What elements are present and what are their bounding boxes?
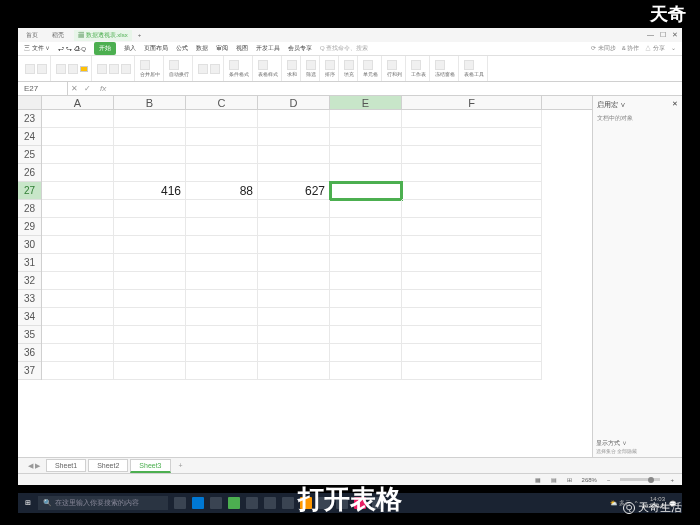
table-tools-button[interactable] [464, 60, 474, 70]
cell-E36[interactable] [330, 344, 402, 362]
cond-format-button[interactable] [229, 60, 239, 70]
close-button[interactable]: ✕ [672, 31, 678, 39]
file-menu[interactable]: 三 文件 ∨ [24, 44, 50, 53]
cell-A29[interactable] [42, 218, 114, 236]
cell-E28[interactable] [330, 200, 402, 218]
row-header-30[interactable]: 30 [18, 236, 41, 254]
more-button[interactable]: ⌄ [671, 44, 676, 53]
cell-E23[interactable] [330, 110, 402, 128]
cell-B35[interactable] [114, 326, 186, 344]
cell-D35[interactable] [258, 326, 330, 344]
ribbon-tab-insert[interactable]: 插入 [124, 44, 136, 53]
ribbon-tab-data[interactable]: 数据 [196, 44, 208, 53]
row-header-27[interactable]: 27 [18, 182, 41, 200]
sort-button[interactable] [325, 60, 335, 70]
cell-button[interactable] [363, 60, 373, 70]
row-header-37[interactable]: 37 [18, 362, 41, 380]
quick-access[interactable]: ⮐ ⮑ ⎙ Q [58, 46, 86, 52]
cell-E25[interactable] [330, 146, 402, 164]
cell-A33[interactable] [42, 290, 114, 308]
cell-A32[interactable] [42, 272, 114, 290]
cell-C26[interactable] [186, 164, 258, 182]
maximize-button[interactable]: ☐ [660, 31, 666, 39]
cell-C33[interactable] [186, 290, 258, 308]
cell-F26[interactable] [402, 164, 542, 182]
cell-B27[interactable]: 416 [114, 182, 186, 200]
cell-E33[interactable] [330, 290, 402, 308]
add-sheet-button[interactable]: + [173, 462, 189, 469]
cell-B36[interactable] [114, 344, 186, 362]
cell-F28[interactable] [402, 200, 542, 218]
row-header-29[interactable]: 29 [18, 218, 41, 236]
minimize-button[interactable]: — [647, 31, 654, 39]
command-search[interactable]: Q 查找命令、搜索 [320, 44, 368, 53]
cell-A28[interactable] [42, 200, 114, 218]
ribbon-tab-layout[interactable]: 页面布局 [144, 44, 168, 53]
row-header-32[interactable]: 32 [18, 272, 41, 290]
cell-F37[interactable] [402, 362, 542, 380]
cell-D32[interactable] [258, 272, 330, 290]
sync-status[interactable]: ⟳ 未同步 [591, 44, 616, 53]
cell-A27[interactable] [42, 182, 114, 200]
align-left-button[interactable] [97, 64, 107, 74]
sheet-tab-2[interactable]: Sheet2 [88, 459, 128, 472]
ribbon-tab-start[interactable]: 开始 [94, 42, 116, 55]
cell-C27[interactable]: 88 [186, 182, 258, 200]
tab-docer[interactable]: 稻壳 [48, 30, 68, 41]
cell-F33[interactable] [402, 290, 542, 308]
select-all-corner[interactable] [18, 96, 42, 109]
col-header-A[interactable]: A [42, 96, 114, 109]
number-format-button[interactable] [198, 64, 208, 74]
cell-D30[interactable] [258, 236, 330, 254]
row-header-24[interactable]: 24 [18, 128, 41, 146]
table-style-button[interactable] [258, 60, 268, 70]
cell-B32[interactable] [114, 272, 186, 290]
font-button[interactable] [56, 64, 66, 74]
cell-D34[interactable] [258, 308, 330, 326]
ribbon-tab-review[interactable]: 审阅 [216, 44, 228, 53]
cell-B33[interactable] [114, 290, 186, 308]
cell-C36[interactable] [186, 344, 258, 362]
fill-button[interactable] [344, 60, 354, 70]
worksheet-button[interactable] [411, 60, 421, 70]
wrap-button[interactable] [169, 60, 179, 70]
col-header-B[interactable]: B [114, 96, 186, 109]
cell-B25[interactable] [114, 146, 186, 164]
col-header-F[interactable]: F [402, 96, 542, 109]
cell-E32[interactable] [330, 272, 402, 290]
cell-E24[interactable] [330, 128, 402, 146]
cell-A24[interactable] [42, 128, 114, 146]
share-button[interactable]: △ 分享 [645, 44, 665, 53]
confirm-icon[interactable]: ✓ [81, 84, 94, 93]
cell-C37[interactable] [186, 362, 258, 380]
cell-E26[interactable] [330, 164, 402, 182]
col-header-D[interactable]: D [258, 96, 330, 109]
cell-E37[interactable] [330, 362, 402, 380]
cell-D28[interactable] [258, 200, 330, 218]
cell-D26[interactable] [258, 164, 330, 182]
row-header-28[interactable]: 28 [18, 200, 41, 218]
side-panel-close-icon[interactable]: ✕ [672, 100, 678, 110]
rows-cols-button[interactable] [387, 60, 397, 70]
row-header-25[interactable]: 25 [18, 146, 41, 164]
cell-D36[interactable] [258, 344, 330, 362]
ribbon-tab-dev[interactable]: 开发工具 [256, 44, 280, 53]
tab-nav[interactable]: ◀ ▶ [28, 462, 40, 470]
cell-F32[interactable] [402, 272, 542, 290]
cell-F35[interactable] [402, 326, 542, 344]
cell-A34[interactable] [42, 308, 114, 326]
cell-B23[interactable] [114, 110, 186, 128]
paste-button[interactable] [25, 64, 35, 74]
cell-A31[interactable] [42, 254, 114, 272]
filter-button[interactable] [306, 60, 316, 70]
cell-B37[interactable] [114, 362, 186, 380]
row-header-36[interactable]: 36 [18, 344, 41, 362]
cell-A37[interactable] [42, 362, 114, 380]
sheet-tab-3[interactable]: Sheet3 [130, 459, 170, 473]
collab-button[interactable]: & 协作 [622, 44, 640, 53]
row-header-34[interactable]: 34 [18, 308, 41, 326]
ribbon-tab-view[interactable]: 视图 [236, 44, 248, 53]
cell-D25[interactable] [258, 146, 330, 164]
cell-C23[interactable] [186, 110, 258, 128]
col-header-E[interactable]: E [330, 96, 402, 109]
